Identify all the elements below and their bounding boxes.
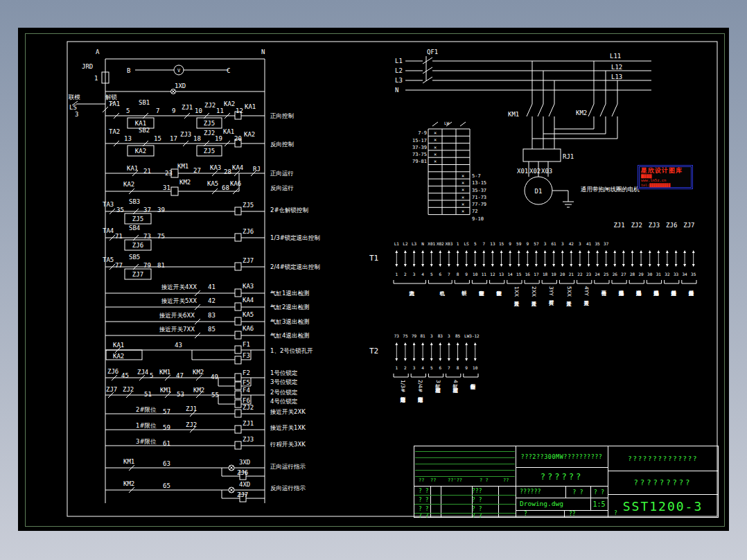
schematic-label: 1、2号位锁孔开 [270, 347, 313, 354]
t1-top-cell: 15 [499, 241, 504, 246]
schematic-label: 接近开关7XX [159, 326, 195, 333]
schematic-label: 21 [143, 168, 151, 175]
schematic-label: KM1 [160, 387, 171, 394]
titleblock-divider [565, 486, 566, 498]
t2-group-label: 气缸3退出检测 [434, 380, 441, 394]
schematic-label: 75 [157, 233, 165, 240]
schematic-label: 18 [193, 135, 201, 142]
wire [527, 104, 532, 116]
t2-top-cell: 83 [438, 333, 443, 338]
t2-group-label: 集中控制备用 [470, 384, 476, 390]
t1-top-cell: X02 [437, 241, 444, 246]
t1-bottom-cell: 35 [691, 272, 696, 277]
schematic-label: 3号位锁定 [270, 378, 297, 385]
schematic-label: 68 [222, 184, 229, 191]
t1-contact-label: ZJ2 [631, 222, 642, 229]
titleblock-header-0: ?? [419, 478, 424, 483]
schematic-label: F5 [243, 379, 250, 386]
schematic-label: 3XD [239, 459, 250, 466]
t1-bottom-cell: 23 [586, 272, 592, 277]
schematic-label: KM2 [123, 480, 134, 487]
schematic-label: F3 [243, 352, 250, 359]
schematic-label: 12 [236, 107, 243, 114]
schematic-label: F1 [243, 341, 250, 348]
schematic-label: ZJ2 [123, 386, 134, 393]
t1-group-label: 外引锁定工况指示 [635, 290, 642, 297]
group-bracket [455, 280, 469, 283]
group-bracket [647, 280, 661, 283]
t1-top-cell: 41 [586, 241, 592, 246]
t1-bottom-cell: 15 [516, 272, 522, 277]
t1-bottom-cell: 33 [674, 272, 679, 277]
titleblock-divider [415, 476, 515, 477]
t1-bottom-cell: 27 [621, 272, 626, 277]
schematic-label: KA4 [243, 297, 254, 304]
schematic-label: C [227, 67, 230, 74]
schematic-label: ZJ5 [204, 120, 215, 127]
titleblock-divider [516, 486, 608, 487]
titleblock-department: ????????? [608, 473, 717, 492]
wire [423, 67, 432, 73]
group-bracket [682, 280, 696, 283]
schematic-label: KA5 [207, 180, 218, 187]
t1-top-cell: 57 [534, 241, 539, 246]
component-box [523, 149, 561, 161]
wire [460, 122, 466, 126]
schematic-label: 28 [224, 168, 231, 175]
schematic-label: ZJ2 [186, 421, 197, 428]
wire [588, 104, 594, 116]
contact-slash [632, 229, 639, 234]
x-mark: × [462, 187, 464, 193]
schematic-label: ZJ2 [243, 404, 254, 411]
t2-strip-label: T2 [369, 347, 378, 356]
component-box [235, 317, 241, 325]
component-box [235, 374, 241, 381]
schematic-label: 2#仓解锁控制 [270, 207, 309, 213]
schematic-label: RJ [253, 166, 261, 173]
schematic-label: KA1 [245, 103, 256, 110]
titleblock-row3-c1: ?????? [520, 488, 541, 495]
rev-row-cell: ??? [472, 488, 482, 494]
x-mark: × [434, 145, 437, 150]
schematic-label: 73-75 [412, 152, 427, 157]
x-mark: × [434, 137, 437, 143]
wire [432, 122, 438, 126]
rev-row-cell: ? ? [419, 513, 428, 519]
titleblock-row5-c2: ?? [569, 511, 576, 517]
schematic-label: 7-9 [418, 130, 427, 136]
t1-bottom-cell: 2 [404, 272, 407, 277]
schematic-label: L12 [611, 64, 622, 71]
schematic-label: ZJ3 [180, 131, 191, 138]
schematic-label: L3 [395, 77, 403, 84]
t2-group-label: 气缸4退出检测 [452, 380, 458, 394]
t1-top-cell: 5 [474, 241, 477, 246]
title-block: ???2??300MW?????????? ?????? ?????? ? ? … [414, 446, 719, 518]
schematic-label: 35 [116, 207, 124, 213]
x-mark: × [434, 152, 437, 157]
schematic-label: KA6 [230, 180, 241, 187]
x-mark: × [462, 180, 464, 186]
schematic-label: 接近开关4XX [161, 283, 197, 290]
schematic-label: 2/4#锁定退出控制 [270, 263, 320, 270]
schematic-label: 11 [216, 107, 224, 114]
schematic-label: SB1 [139, 99, 150, 106]
t1-group-label: 外引反向运行指示 [688, 290, 694, 297]
schematic-label: TA3 [103, 201, 114, 208]
t1-group-label: 3YY行程开关 [548, 286, 554, 306]
schematic-label: B [127, 67, 130, 74]
schematic-label: ZJ1 [182, 104, 193, 111]
group-bracket [428, 374, 443, 377]
wire [538, 104, 543, 116]
component-box [171, 187, 178, 195]
t2-top-cell: 79 [412, 333, 417, 338]
contact-slash [684, 229, 691, 234]
schematic-label: 73 [143, 233, 151, 240]
t1-top-cell: L3 [412, 241, 417, 246]
t1-bottom-cell: 18 [543, 272, 548, 277]
titleblock-project-name: ???2??300MW?????????? [516, 447, 607, 466]
schematic-label: 47 [176, 372, 184, 379]
titleblock-scale: 1:5 [590, 498, 608, 509]
group-bracket [507, 280, 522, 283]
schematic-label: KA2 [113, 353, 124, 360]
schematic-label: KA1 [127, 165, 138, 172]
